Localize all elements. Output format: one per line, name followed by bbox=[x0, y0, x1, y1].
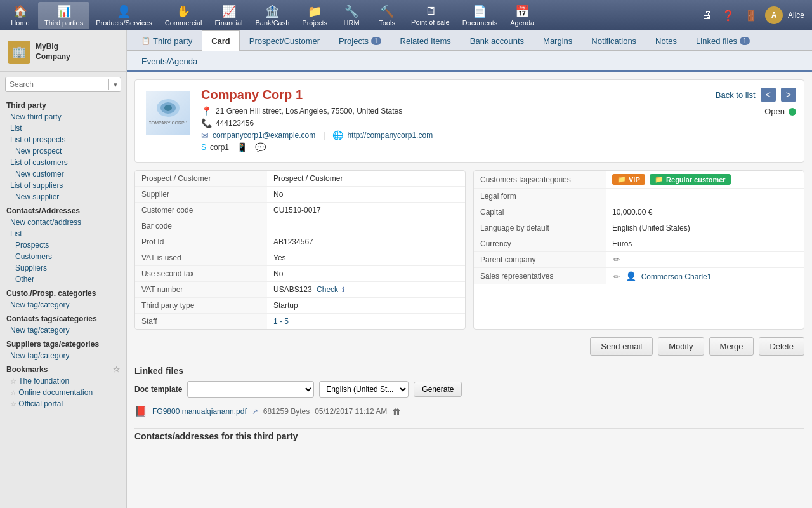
generate-button[interactable]: Generate bbox=[414, 382, 462, 397]
tab-prospect-customer[interactable]: Prospect/Customer bbox=[240, 30, 329, 51]
right-info-table: Customers tags/categories 📁 VIP 📁 Regula… bbox=[473, 170, 804, 330]
file-send-icon[interactable]: ↗ bbox=[252, 407, 258, 416]
sidebar-link-list-customers[interactable]: List of customers bbox=[0, 157, 126, 168]
nav-third-parties[interactable]: 📊 Third parties bbox=[38, 2, 89, 29]
sidebar-link-new-third-party[interactable]: New third party bbox=[0, 111, 126, 123]
commercial-icon: ✋ bbox=[176, 4, 190, 18]
sidebar-section-contacts: Contacts/Addresses bbox=[0, 203, 126, 217]
sidebar-link-list[interactable]: List bbox=[0, 123, 126, 134]
company-email-link[interactable]: companycorp1@example.com bbox=[213, 131, 315, 140]
bookmark-add-icon[interactable]: ☆ bbox=[113, 365, 120, 374]
help-button[interactable]: ❓ bbox=[719, 7, 737, 24]
email-icon: ✉ bbox=[201, 130, 209, 140]
send-email-button[interactable]: Send email bbox=[590, 337, 653, 356]
sidebar-bookmark-online-docs[interactable]: ☆ Online documentation bbox=[0, 387, 126, 398]
company-logo-placeholder: COMPANY CORP 1 bbox=[146, 91, 190, 135]
sidebar-link-contacts-new-tag[interactable]: New tag/category bbox=[0, 324, 126, 336]
next-record-button[interactable]: > bbox=[781, 88, 796, 102]
sidebar-link-custo-new-tag[interactable]: New tag/category bbox=[0, 299, 126, 311]
tag-vip: 📁 VIP bbox=[612, 174, 645, 185]
sales-rep-edit-btn[interactable]: ✏ bbox=[612, 272, 621, 281]
sidebar-link-new-supplier[interactable]: New supplier bbox=[0, 191, 126, 203]
projects-icon: 📁 bbox=[308, 4, 322, 18]
nav-right: 🖨 ❓ 🚪 A Alice bbox=[699, 6, 809, 24]
sidebar-section-third-party: Third party bbox=[0, 97, 126, 111]
sidebar-link-list-prospects[interactable]: List of prospects bbox=[0, 134, 126, 145]
parent-company-edit-btn[interactable]: ✏ bbox=[612, 255, 621, 264]
company-logo-icon: 🏢 bbox=[8, 41, 30, 64]
doc-template-select[interactable] bbox=[187, 381, 314, 398]
tab-related-items[interactable]: Related Items bbox=[391, 30, 461, 51]
table-row: Legal form bbox=[474, 189, 804, 204]
tab-card[interactable]: Card bbox=[202, 30, 240, 51]
search-box[interactable]: ▼ bbox=[5, 77, 121, 92]
file-delete-icon[interactable]: 🗑 bbox=[392, 406, 401, 417]
language-select[interactable]: English (United St... bbox=[319, 381, 409, 398]
sidebar-link-new-prospect[interactable]: New prospect bbox=[0, 145, 126, 157]
tab-linked-files[interactable]: Linked files 1 bbox=[686, 30, 759, 51]
nav-commercial[interactable]: ✋ Commercial bbox=[159, 2, 209, 29]
delete-button[interactable]: Delete bbox=[759, 337, 804, 356]
sidebar-link-list-suppliers[interactable]: List of suppliers bbox=[0, 180, 126, 191]
nav-agenda[interactable]: 📅 Agenda bbox=[504, 2, 540, 29]
phone-icon: 📞 bbox=[201, 118, 212, 128]
pdf-icon: 📕 bbox=[134, 405, 147, 417]
table-row: Parent company ✏ bbox=[474, 252, 804, 268]
company-website-link[interactable]: http://companycorp1.com bbox=[347, 131, 433, 140]
modify-button[interactable]: Modify bbox=[658, 337, 704, 356]
tab-third-party[interactable]: 📋 Third party bbox=[132, 30, 202, 51]
search-dropdown-arrow[interactable]: ▼ bbox=[108, 79, 122, 90]
folder-icon-regular: 📁 bbox=[655, 175, 664, 184]
back-to-list-link[interactable]: Back to list bbox=[716, 90, 756, 100]
nav-bank-cash[interactable]: 🏦 Bank/Cash bbox=[249, 2, 296, 29]
staff-link[interactable]: 1 - 5 bbox=[273, 317, 289, 326]
table-row: Sales representatives ✏ 👤 Commerson Char… bbox=[474, 268, 804, 285]
nav-documents[interactable]: 📄 Documents bbox=[456, 2, 504, 29]
sidebar-logo: 🏢 MyBig Company bbox=[0, 36, 126, 72]
nav-home[interactable]: 🏠 Home bbox=[3, 2, 38, 29]
sidebar-bookmark-foundation[interactable]: ☆ The foundation bbox=[0, 375, 126, 387]
sidebar-link-new-customer[interactable]: New customer bbox=[0, 168, 126, 180]
search-input[interactable] bbox=[6, 77, 108, 91]
tab-notes[interactable]: Notes bbox=[646, 30, 686, 51]
vat-check-link[interactable]: Check bbox=[317, 285, 338, 294]
sidebar-link-contacts-list[interactable]: List bbox=[0, 228, 126, 239]
sidebar-bookmark-official-portal[interactable]: ☆ Official portal bbox=[0, 398, 126, 410]
logout-button[interactable]: 🚪 bbox=[742, 7, 760, 24]
hrm-icon: 🔧 bbox=[344, 4, 358, 18]
file-size: 681259 Bytes bbox=[263, 407, 310, 416]
tab-notifications[interactable]: Notifications bbox=[582, 30, 646, 51]
sales-rep-link[interactable]: Commerson Charle1 bbox=[641, 272, 712, 281]
bank-icon: 🏦 bbox=[265, 4, 279, 18]
vat-info-icon: ℹ bbox=[342, 286, 344, 293]
top-navigation: 🏠 Home 📊 Third parties 👤 Products/Servic… bbox=[0, 0, 812, 30]
nav-projects[interactable]: 📁 Projects bbox=[296, 2, 334, 29]
globe-icon: 🌐 bbox=[332, 130, 343, 140]
table-row: VAT number USABS123 Check ℹ bbox=[135, 282, 465, 298]
sidebar-link-new-contact[interactable]: New contact/address bbox=[0, 217, 126, 228]
file-row: 📕 FG9800 manualqianann.pdf ↗ 681259 Byte… bbox=[134, 403, 804, 420]
nav-products-services[interactable]: 👤 Products/Services bbox=[89, 2, 159, 29]
sidebar-link-contacts-customers[interactable]: Customers bbox=[0, 251, 126, 262]
sidebar-link-suppliers-new-tag[interactable]: New tag/category bbox=[0, 350, 126, 361]
file-name-link[interactable]: FG9800 manualqianann.pdf bbox=[152, 407, 247, 416]
tab-events-agenda[interactable]: Events/Agenda bbox=[132, 51, 207, 71]
left-info-table: Prospect / Customer Prospect / Customer … bbox=[134, 170, 466, 330]
nav-point-of-sale[interactable]: 🖥 Point of sale bbox=[405, 2, 456, 29]
nav-hrm[interactable]: 🔧 HRM bbox=[334, 2, 369, 29]
linked-files-badge: 1 bbox=[740, 37, 750, 45]
tab-bank-accounts[interactable]: Bank accounts bbox=[461, 30, 534, 51]
sidebar-link-contacts-prospects[interactable]: Prospects bbox=[0, 239, 126, 251]
sidebar-section-bookmarks: Bookmarks ☆ bbox=[0, 361, 126, 375]
linked-files-title: Linked files bbox=[134, 366, 804, 376]
skype-icon: S bbox=[201, 143, 206, 152]
tab-margins[interactable]: Margins bbox=[534, 30, 582, 51]
tab-projects[interactable]: Projects 1 bbox=[329, 30, 391, 51]
nav-tools[interactable]: 🔨 Tools bbox=[369, 2, 405, 29]
nav-financial[interactable]: 📈 Financial bbox=[208, 2, 249, 29]
sidebar-link-contacts-other[interactable]: Other bbox=[0, 274, 126, 285]
print-button[interactable]: 🖨 bbox=[699, 7, 714, 23]
sidebar-link-contacts-suppliers[interactable]: Suppliers bbox=[0, 262, 126, 274]
prev-record-button[interactable]: < bbox=[761, 88, 776, 102]
merge-button[interactable]: Merge bbox=[709, 337, 754, 356]
